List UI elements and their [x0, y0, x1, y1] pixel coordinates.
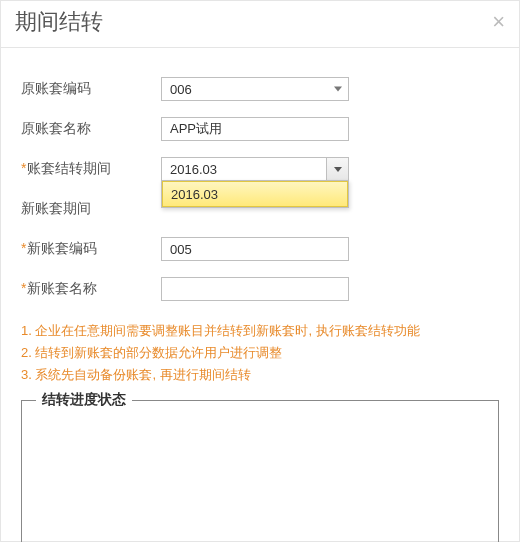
label-carry-period: *账套结转期间: [21, 160, 161, 178]
carry-period-value: 2016.03: [170, 162, 217, 177]
orig-code-combo[interactable]: 006: [161, 77, 349, 101]
note-line-2: 2. 结转到新账套的部分数据允许用户进行调整: [21, 342, 499, 364]
label-orig-name: 原账套名称: [21, 120, 161, 138]
row-new-code: *新账套编码 005: [21, 236, 499, 262]
new-code-value: 005: [170, 242, 192, 257]
dialog-body: 原账套编码 006 原账套名称 APP试用 *账套结转期间: [1, 48, 519, 542]
label-text: 原账套编码: [21, 80, 91, 96]
dropdown-option[interactable]: 2016.03: [162, 181, 348, 207]
row-orig-code: 原账套编码 006: [21, 76, 499, 102]
label-new-period: 新账套期间: [21, 200, 161, 218]
carry-period-dropdown: 2016.03: [161, 180, 349, 208]
label-new-name: *新账套名称: [21, 280, 161, 298]
carry-period-combo[interactable]: 2016.03: [161, 157, 349, 181]
required-marker: *: [21, 280, 26, 296]
label-text: 新账套名称: [27, 280, 97, 296]
dropdown-button-icon[interactable]: [326, 158, 348, 180]
required-marker: *: [21, 160, 26, 176]
label-orig-code: 原账套编码: [21, 80, 161, 98]
dialog-title: 期间结转: [15, 7, 103, 37]
new-name-input[interactable]: [161, 277, 349, 301]
required-marker: *: [21, 240, 26, 256]
label-text: 账套结转期间: [27, 160, 111, 176]
orig-code-value: 006: [170, 82, 192, 97]
label-new-code: *新账套编码: [21, 240, 161, 258]
row-carry-period: *账套结转期间 2016.03 2016.03: [21, 156, 499, 182]
notes-block: 1. 企业在任意期间需要调整账目并结转到新账套时, 执行账套结转功能 2. 结转…: [21, 320, 499, 386]
label-text: 新账套期间: [21, 200, 91, 216]
note-line-3: 3. 系统先自动备份账套, 再进行期间结转: [21, 364, 499, 386]
dialog-header: 期间结转 ×: [1, 1, 519, 48]
row-new-name: *新账套名称: [21, 276, 499, 302]
row-orig-name: 原账套名称 APP试用: [21, 116, 499, 142]
progress-legend: 结转进度状态: [36, 391, 132, 409]
close-icon[interactable]: ×: [492, 11, 505, 33]
orig-name-input[interactable]: APP试用: [161, 117, 349, 141]
period-carryover-dialog: 期间结转 × 原账套编码 006 原账套名称 APP试用: [0, 0, 520, 542]
progress-status-frame: 结转进度状态: [21, 400, 499, 542]
caret-down-icon: [334, 87, 342, 92]
note-line-1: 1. 企业在任意期间需要调整账目并结转到新账套时, 执行账套结转功能: [21, 320, 499, 342]
label-text: 原账套名称: [21, 120, 91, 136]
orig-name-value: APP试用: [170, 120, 222, 138]
label-text: 新账套编码: [27, 240, 97, 256]
new-code-input[interactable]: 005: [161, 237, 349, 261]
